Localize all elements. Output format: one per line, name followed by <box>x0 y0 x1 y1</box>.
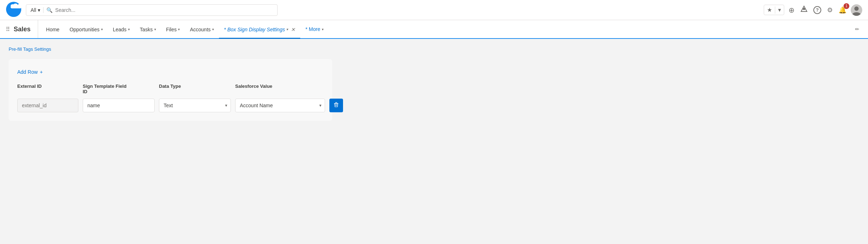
opportunities-chevron-icon: ▾ <box>101 27 103 31</box>
box-sign-chevron-icon: ▾ <box>286 27 288 31</box>
nav-item-files-label: Files <box>166 27 177 32</box>
favorites-star-button[interactable]: ★ <box>764 5 775 15</box>
search-icon: 🔍 <box>46 7 52 13</box>
add-button[interactable]: ⊕ <box>787 4 796 16</box>
nav-item-leads[interactable]: Leads ▾ <box>108 21 135 39</box>
table-row: Text Checkbox Date Number Signature ▾ Ac… <box>17 99 324 112</box>
salesforce-value-cell: Account Name Account Number Account Owne… <box>235 99 325 112</box>
salesforce-logo[interactable] <box>6 1 22 18</box>
search-input[interactable] <box>55 7 273 13</box>
external-id-input[interactable] <box>17 99 78 112</box>
gear-icon: ⚙ <box>827 6 833 14</box>
nav-item-accounts-label: Accounts <box>190 27 211 32</box>
notifications-button[interactable]: 🔔 1 <box>837 5 848 15</box>
header-sign-template-field-id-text: Sign Template FieldID <box>83 83 127 94</box>
trailhead-button[interactable] <box>799 4 809 16</box>
data-type-select[interactable]: Text Checkbox Date Number Signature <box>159 99 231 112</box>
pencil-icon: ✏ <box>855 26 859 32</box>
table-header: External ID Sign Template FieldID Data T… <box>17 83 324 94</box>
add-row-label: Add Row <box>17 69 38 75</box>
app-name: Sales <box>14 26 31 33</box>
delete-row-button[interactable] <box>329 99 343 112</box>
add-row-button[interactable]: Add Row + <box>17 68 43 76</box>
user-avatar[interactable] <box>851 4 862 16</box>
files-chevron-icon: ▾ <box>178 27 180 31</box>
page-content: Pre-fill Tags Settings Add Row + Externa… <box>0 39 868 128</box>
header-sign-template-field-id: Sign Template FieldID <box>83 83 155 94</box>
search-scope-selector[interactable]: All ▾ <box>31 7 44 13</box>
header-salesforce-value: Salesforce Value <box>235 83 325 94</box>
nav-item-home[interactable]: Home <box>41 21 64 39</box>
nav-item-box-sign-label: * Box Sign Display Settings <box>224 27 285 32</box>
search-bar: All ▾ 🔍 <box>26 4 278 16</box>
sign-template-field-id-input[interactable] <box>83 99 155 112</box>
delete-cell <box>329 99 351 112</box>
nav-item-accounts[interactable]: Accounts ▾ <box>185 21 219 39</box>
leads-chevron-icon: ▾ <box>128 27 130 31</box>
nav-more[interactable]: * More ▾ <box>300 20 328 38</box>
nav-item-files[interactable]: Files ▾ <box>161 21 185 39</box>
nav-bar: ⠿ Sales Home Opportunities ▾ Leads ▾ Tas… <box>0 20 868 39</box>
search-scope-label: All <box>31 7 36 13</box>
question-icon: ? <box>813 6 821 14</box>
svg-point-4 <box>854 6 859 11</box>
salesforce-value-select[interactable]: Account Name Account Number Account Owne… <box>235 99 325 112</box>
header-actions <box>329 83 351 94</box>
app-launcher[interactable]: ⠿ Sales <box>6 20 38 38</box>
search-scope-chevron: ▾ <box>38 7 40 13</box>
nav-item-close-button[interactable]: ✕ <box>291 27 295 32</box>
nav-items: Home Opportunities ▾ Leads ▾ Tasks ▾ Fil… <box>41 20 852 38</box>
svg-point-2 <box>803 8 805 10</box>
nav-more-label: * More <box>305 26 320 32</box>
nav-item-tasks-label: Tasks <box>140 27 153 32</box>
nav-item-box-sign[interactable]: * Box Sign Display Settings ▾ ✕ <box>219 21 301 39</box>
favorites-dropdown-button[interactable]: ▾ <box>775 5 784 15</box>
accounts-chevron-icon: ▾ <box>212 27 214 31</box>
nav-item-opportunities[interactable]: Opportunities ▾ <box>64 21 108 39</box>
nav-item-tasks[interactable]: Tasks ▾ <box>135 21 161 39</box>
settings-button[interactable]: ⚙ <box>826 5 834 15</box>
tasks-chevron-icon: ▾ <box>154 27 156 31</box>
grid-icon: ⠿ <box>6 26 10 33</box>
top-actions: ★ ▾ ⊕ ? ⚙ 🔔 1 <box>764 4 862 16</box>
plus-icon: ⊕ <box>789 6 795 14</box>
data-type-cell: Text Checkbox Date Number Signature ▾ <box>159 99 231 112</box>
add-row-plus-icon: + <box>40 69 43 75</box>
trash-icon <box>333 102 339 109</box>
favorites-group: ★ ▾ <box>764 5 784 15</box>
nav-item-leads-label: Leads <box>113 27 127 32</box>
nav-item-opportunities-label: Opportunities <box>69 27 99 32</box>
settings-card: Add Row + External ID Sign Template Fiel… <box>9 59 332 121</box>
help-button[interactable]: ? <box>812 5 823 15</box>
sign-template-field-id-cell <box>83 99 155 112</box>
breadcrumb[interactable]: Pre-fill Tags Settings <box>9 46 51 52</box>
external-id-cell <box>17 99 78 112</box>
header-data-type: Data Type <box>159 83 231 94</box>
nav-item-home-label: Home <box>46 27 59 32</box>
more-chevron-icon: ▾ <box>322 27 324 31</box>
svg-rect-7 <box>335 102 337 103</box>
notification-badge: 1 <box>844 3 849 9</box>
top-bar: All ▾ 🔍 ★ ▾ ⊕ ? <box>0 0 868 20</box>
trailhead-icon <box>800 5 808 14</box>
header-external-id: External ID <box>17 83 78 94</box>
chevron-down-icon: ▾ <box>778 6 781 13</box>
star-icon: ★ <box>767 6 772 13</box>
nav-edit-button[interactable]: ✏ <box>852 20 862 38</box>
